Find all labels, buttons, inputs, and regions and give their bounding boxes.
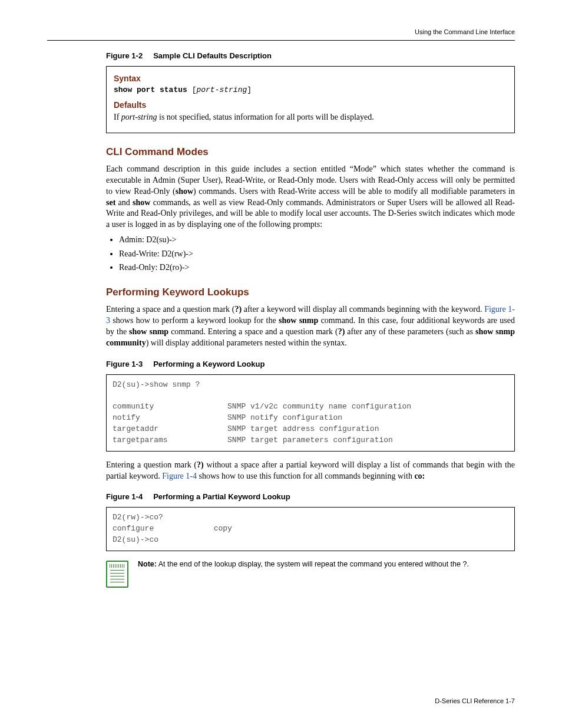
text: ) commands. Users with Read-Write access… bbox=[193, 187, 515, 196]
text-bold: show snmp bbox=[279, 316, 318, 325]
syntax-heading: Syntax bbox=[114, 74, 507, 83]
text: command. Entering a space and a question… bbox=[168, 327, 338, 336]
text: Entering a question mark ( bbox=[106, 460, 197, 469]
list-item: Read-Only: D2(ro)-> bbox=[119, 262, 515, 274]
note-label: Note: bbox=[138, 560, 157, 568]
modes-paragraph: Each command description in this guide i… bbox=[106, 164, 515, 230]
figure-1-3-caption: Figure 1-3Performing a Keyword Lookup bbox=[106, 360, 515, 368]
keyword-lookups-heading: Performing Keyword Lookups bbox=[106, 286, 515, 298]
syntax-line: show port status [port-string] bbox=[114, 85, 507, 94]
text-bold: show bbox=[176, 187, 193, 196]
partial-paragraph: Entering a question mark (?) without a s… bbox=[106, 460, 515, 482]
figure-title: Performing a Keyword Lookup bbox=[153, 360, 265, 368]
figure-num: Figure 1-3 bbox=[106, 360, 143, 368]
bracket-close: ] bbox=[247, 85, 252, 94]
figure-1-4-link[interactable]: Figure 1-4 bbox=[162, 472, 197, 480]
text: ) will display additional parameters nes… bbox=[146, 338, 347, 347]
page-footer: D-Series CLI Reference 1-7 bbox=[435, 697, 515, 704]
text-bold: co: bbox=[414, 472, 425, 480]
text-bold: ?) bbox=[338, 327, 345, 336]
note-body: At the end of the lookup display, the sy… bbox=[157, 560, 469, 568]
defaults-text: If port-string is not specified, status … bbox=[114, 112, 507, 123]
list-item: Admin: D2(su)-> bbox=[119, 234, 515, 246]
page: Using the Command Line Interface Figure … bbox=[0, 0, 562, 728]
text-bold: ?) bbox=[197, 460, 204, 469]
header-rule bbox=[47, 40, 515, 41]
lookup-paragraph: Entering a space and a question mark (?)… bbox=[106, 304, 515, 349]
defaults-heading: Defaults bbox=[114, 100, 507, 110]
note-block: Note: At the end of the lookup display, … bbox=[106, 559, 515, 588]
text: and bbox=[115, 198, 133, 207]
running-head: Using the Command Line Interface bbox=[47, 28, 515, 35]
terminal-output-1: D2(su)->show snmp ? community SNMP v1/v2… bbox=[106, 374, 515, 452]
figure-title: Sample CLI Defaults Description bbox=[153, 51, 272, 60]
text: shows how to use this function for all c… bbox=[197, 472, 414, 480]
figure-1-2-caption: Figure 1-2Sample CLI Defaults Descriptio… bbox=[106, 51, 515, 60]
syntax-command: show port status bbox=[114, 85, 187, 94]
text-bold: set bbox=[106, 198, 115, 207]
text: after a keyword will display all command… bbox=[242, 305, 484, 314]
cli-command-modes-heading: CLI Command Modes bbox=[106, 146, 515, 158]
text: If bbox=[114, 113, 121, 121]
terminal-output-2: D2(rw)->co? configure copy D2(su)->co bbox=[106, 507, 515, 551]
text: after any of these parameters (such as bbox=[345, 327, 475, 336]
text: Entering a space and a question mark ( bbox=[106, 305, 234, 314]
note-text: Note: At the end of the lookup display, … bbox=[138, 559, 469, 569]
text-italic: port-string bbox=[121, 113, 157, 121]
figure-1-4-caption: Figure 1-4Performing a Partial Keyword L… bbox=[106, 492, 515, 501]
text-bold: show bbox=[133, 198, 150, 207]
figure-num: Figure 1-2 bbox=[106, 51, 143, 60]
text-bold: show snmp bbox=[129, 327, 168, 336]
note-icon bbox=[106, 561, 128, 588]
text: is not specified, status information for… bbox=[157, 113, 374, 121]
mode-prompts-list: Admin: D2(su)-> Read-Write: D2(rw)-> Rea… bbox=[119, 234, 515, 274]
figure-title: Performing a Partial Keyword Lookup bbox=[153, 492, 290, 501]
syntax-arg: port-string bbox=[196, 85, 247, 94]
syntax-defaults-box: Syntax show port status [port-string] De… bbox=[106, 66, 515, 133]
text: shows how to perform a keyword lookup fo… bbox=[110, 316, 279, 325]
list-item: Read-Write: D2(rw)-> bbox=[119, 248, 515, 260]
text: commands, as well as view Read-Only comm… bbox=[106, 198, 515, 229]
figure-num: Figure 1-4 bbox=[106, 492, 143, 501]
text-bold: ?) bbox=[234, 305, 242, 314]
bracket-open: [ bbox=[187, 85, 197, 94]
